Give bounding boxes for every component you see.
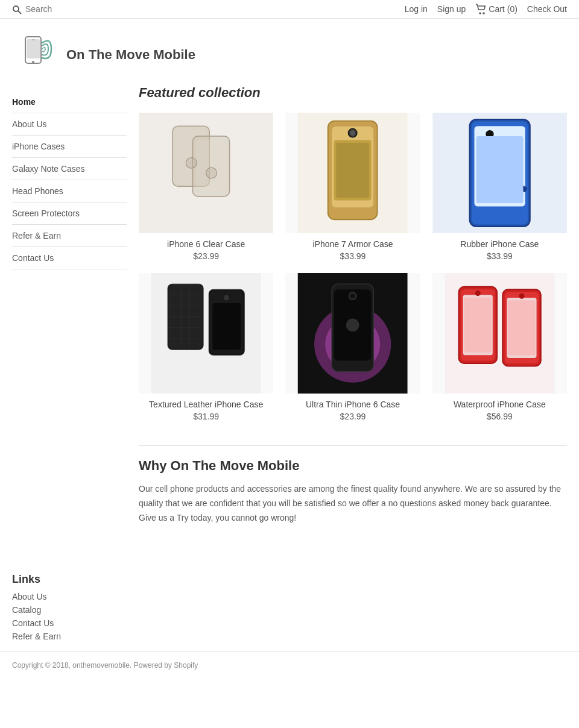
top-bar-right: Log in Sign up Cart (0) Check Out <box>405 4 567 14</box>
top-bar: Log in Sign up Cart (0) Check Out <box>0 0 579 19</box>
checkout-link[interactable]: Check Out <box>527 4 567 14</box>
product-card-6[interactable]: Waterproof iPhone Case $56.99 <box>432 273 567 421</box>
product-card-3[interactable]: Rubber iPhone Case $33.99 <box>432 113 567 261</box>
logo-area: On The Move Mobile <box>0 19 579 85</box>
product-image-4 <box>139 273 273 394</box>
svg-rect-42 <box>213 303 241 350</box>
cart-count: (0) <box>507 4 517 14</box>
search-input[interactable] <box>25 4 122 14</box>
login-link[interactable]: Log in <box>405 4 428 14</box>
sidebar: Home About Us iPhone Cases Galaxy Note C… <box>12 85 127 549</box>
product-price-2: $33.99 <box>285 251 420 261</box>
product-image-6 <box>432 273 567 394</box>
product-image-5 <box>285 273 420 394</box>
search-icon <box>12 4 22 14</box>
content-area: Featured collection <box>127 85 567 549</box>
footer-links: Links About Us Catalog Contact Us Refer … <box>0 561 579 651</box>
sidebar-item-refer[interactable]: Refer & Earn <box>12 225 127 247</box>
svg-rect-5 <box>27 39 40 58</box>
product-price-5: $23.99 <box>285 412 420 421</box>
sidebar-item-headphones[interactable]: Head Phones <box>12 180 127 202</box>
svg-point-13 <box>186 157 197 168</box>
footer-link-catalog[interactable]: Catalog <box>12 605 567 615</box>
svg-point-0 <box>13 6 19 11</box>
svg-point-3 <box>483 13 484 14</box>
footer-links-title: Links <box>12 573 567 586</box>
featured-title: Featured collection <box>139 85 567 101</box>
svg-point-6 <box>32 61 34 63</box>
product-name-3: Rubber iPhone Case <box>432 239 567 249</box>
svg-line-1 <box>18 11 21 14</box>
svg-rect-12 <box>195 140 227 193</box>
product-price-6: $56.99 <box>432 412 567 421</box>
product-name-1: iPhone 6 Clear Case <box>139 239 273 249</box>
search-area <box>12 4 122 14</box>
footer-bottom: Copyright © 2018, onthemovemobile. Power… <box>0 651 579 679</box>
svg-point-41 <box>224 295 229 300</box>
copyright-text: Copyright © 2018, onthemovemobile. <box>12 661 131 670</box>
product-card-1[interactable]: iPhone 6 Clear Case $23.99 <box>139 113 273 261</box>
logo-container[interactable]: On The Move Mobile <box>12 31 567 79</box>
svg-point-59 <box>519 293 524 299</box>
sidebar-item-screen[interactable]: Screen Protectors <box>12 202 127 225</box>
sidebar-item-about[interactable]: About Us <box>12 113 127 136</box>
powered-by-shopify[interactable]: Powered by Shopify <box>134 661 198 670</box>
sidebar-item-iphone[interactable]: iPhone Cases <box>12 136 127 158</box>
svg-point-50 <box>346 318 359 331</box>
why-title: Why On The Move Mobile <box>139 458 567 474</box>
product-image-1 <box>139 113 273 233</box>
svg-rect-60 <box>464 298 491 353</box>
sidebar-nav: Home About Us iPhone Cases Galaxy Note C… <box>12 91 127 269</box>
footer-link-contact[interactable]: Contact Us <box>12 618 567 628</box>
cart-link[interactable]: Cart (0) <box>475 4 517 14</box>
svg-point-19 <box>350 130 355 136</box>
logo-text: On The Move Mobile <box>66 47 195 63</box>
product-price-3: $33.99 <box>432 251 567 261</box>
svg-rect-21 <box>337 143 370 198</box>
product-name-4: Textured Leather iPhone Case <box>139 400 273 409</box>
footer-link-about[interactable]: About Us <box>12 592 567 601</box>
product-image-2 <box>285 113 420 233</box>
why-section: Why On The Move Mobile Our cell phone pr… <box>139 445 567 537</box>
svg-point-14 <box>206 168 217 178</box>
cart-label: Cart <box>489 4 504 14</box>
main-layout: Home About Us iPhone Cases Galaxy Note C… <box>0 85 579 561</box>
footer-links-list: About Us Catalog Contact Us Refer & Earn <box>12 592 567 641</box>
svg-point-7 <box>33 39 34 40</box>
product-grid: iPhone 6 Clear Case $23.99 <box>139 113 567 421</box>
product-name-2: iPhone 7 Armor Case <box>285 239 420 249</box>
product-card-2[interactable]: iPhone 7 Armor Case $33.99 <box>285 113 420 261</box>
why-text: Our cell phone products and accessories … <box>139 482 567 525</box>
signup-link[interactable]: Sign up <box>437 4 466 14</box>
svg-point-2 <box>479 13 481 14</box>
footer-link-refer[interactable]: Refer & Earn <box>12 632 567 641</box>
product-name-6: Waterproof iPhone Case <box>432 400 567 409</box>
sidebar-item-home[interactable]: Home <box>12 91 127 113</box>
svg-point-55 <box>475 290 480 296</box>
product-card-5[interactable]: Ultra Thin iPhone 6 Case $23.99 <box>285 273 420 421</box>
svg-rect-61 <box>508 300 535 355</box>
product-name-5: Ultra Thin iPhone 6 Case <box>285 400 420 409</box>
svg-rect-28 <box>476 136 523 203</box>
sidebar-item-galaxy[interactable]: Galaxy Note Cases <box>12 158 127 180</box>
product-price-1: $23.99 <box>139 251 273 261</box>
product-image-3 <box>432 113 567 233</box>
svg-point-49 <box>350 294 355 298</box>
product-card-4[interactable]: Textured Leather iPhone Case $31.99 <box>139 273 273 421</box>
product-price-4: $31.99 <box>139 412 273 421</box>
sidebar-item-contact[interactable]: Contact Us <box>12 247 127 269</box>
logo-icon <box>12 31 60 79</box>
